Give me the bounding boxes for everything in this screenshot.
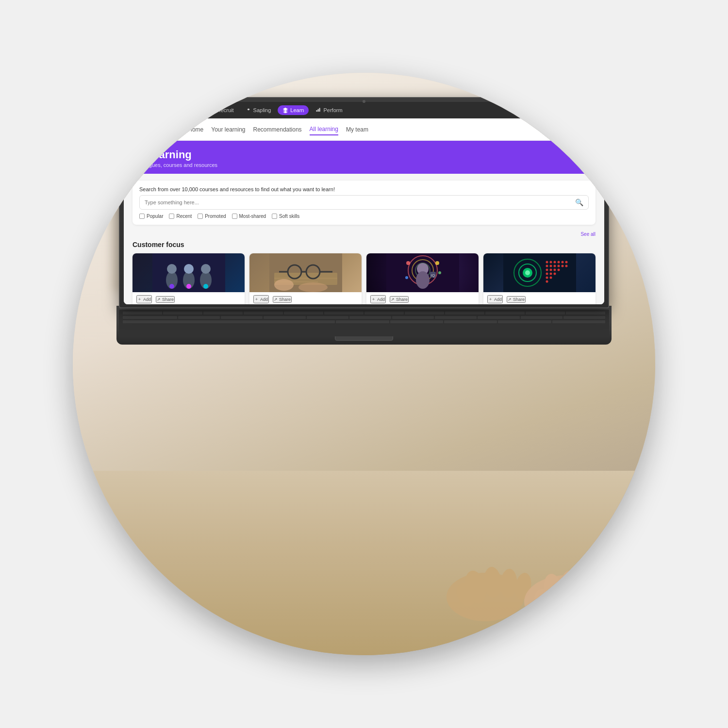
laptop-scene-container: Home My Team Recruit Sapli xyxy=(73,73,655,655)
course-card-customer-service: ＋ Add ↗ Share Customer service essential… xyxy=(249,253,362,304)
card-image-customer xyxy=(249,253,362,292)
card-body-emotional: Emotional Intelligence ★ ★ ★ ★ ★ xyxy=(366,303,479,304)
nav-link-recommendations[interactable]: Recommendations xyxy=(253,124,302,135)
add-button-emotional[interactable]: ＋ Add xyxy=(370,295,386,303)
card-image-remote xyxy=(483,253,596,292)
svg-point-1 xyxy=(171,108,173,110)
card-actions-customer: ＋ Add ↗ Share xyxy=(249,292,362,303)
nav-link-my-team[interactable]: My team xyxy=(346,124,368,135)
svg-point-30 xyxy=(298,282,328,292)
svg-point-11 xyxy=(167,264,177,274)
top-nav-bar: Home My Team Recruit Sapli xyxy=(124,102,604,118)
svg-point-15 xyxy=(201,264,211,274)
nav-link-home[interactable]: Home xyxy=(188,124,203,135)
card-body-customer: Customer service essentials ★ ★ ★ ★ ★ (2… xyxy=(249,303,362,304)
svg-point-61 xyxy=(561,265,563,267)
share-button-customer[interactable]: ↗ Share xyxy=(273,296,292,303)
filter-promoted-checkbox[interactable] xyxy=(198,214,203,219)
top-nav-sapling[interactable]: Sapling xyxy=(241,105,276,115)
camera xyxy=(363,100,365,103)
svg-point-72 xyxy=(546,281,548,283)
svg-point-82 xyxy=(561,571,578,602)
hero-subtitle: Catalogues, courses and resources xyxy=(133,162,595,168)
svg-point-60 xyxy=(557,265,560,267)
search-container: Search from over 10,000 courses and reso… xyxy=(132,181,596,225)
filter-most-shared[interactable]: Most-shared xyxy=(232,214,266,219)
add-button-customer[interactable]: ＋ Add xyxy=(253,295,269,303)
logo-text: Kallidus xyxy=(148,125,178,134)
see-all-link[interactable]: See all xyxy=(132,232,596,237)
filter-promoted[interactable]: Promoted xyxy=(198,214,226,219)
content-area: Search from over 10,000 courses and reso… xyxy=(124,174,604,304)
svg-point-67 xyxy=(546,273,548,275)
card-actions-angry: ＋ Add ↗ Share xyxy=(132,292,245,303)
add-button-remote[interactable]: ＋ Add xyxy=(487,295,503,303)
nav-link-your-learning[interactable]: Your learning xyxy=(211,124,245,135)
svg-point-55 xyxy=(561,261,563,264)
share-button-angry[interactable]: ↗ Share xyxy=(156,296,175,303)
svg-point-86 xyxy=(553,587,558,590)
top-nav-recruit[interactable]: Recruit xyxy=(204,105,239,115)
share-button-emotional[interactable]: ↗ Share xyxy=(390,296,409,303)
svg-point-53 xyxy=(553,261,556,264)
svg-point-70 xyxy=(546,277,548,279)
svg-point-18 xyxy=(203,284,208,289)
hero-banner: All learning Catalogues, courses and res… xyxy=(124,141,604,174)
filter-recent-checkbox[interactable] xyxy=(169,214,174,219)
filter-popular[interactable]: Popular xyxy=(139,214,163,219)
share-button-remote[interactable]: ↗ Share xyxy=(507,296,526,303)
course-card-remote: ＋ Add ↗ Share Remote Working xyxy=(483,253,596,304)
user-area: Maria DeBeau xyxy=(547,123,596,136)
top-nav-home[interactable]: Home xyxy=(130,105,161,115)
search-input[interactable] xyxy=(145,199,575,205)
card-image-emotional: IQ xyxy=(366,253,479,292)
filter-soft-skills-checkbox[interactable] xyxy=(272,214,277,219)
add-button-angry[interactable]: ＋ Add xyxy=(136,295,152,303)
svg-point-42 xyxy=(405,276,408,279)
laptop-screen: Home My Team Recruit Sapli xyxy=(124,102,604,304)
card-body-angry: Angry Customers ★ ★ ★ ★ ★ (23) xyxy=(132,303,245,304)
top-nav-my-team[interactable]: My Team xyxy=(163,105,202,115)
svg-point-7 xyxy=(588,126,593,131)
svg-point-50 xyxy=(525,270,530,275)
svg-point-63 xyxy=(546,269,548,271)
card-image-angry xyxy=(132,253,245,292)
filter-recent[interactable]: Recent xyxy=(169,214,192,219)
svg-point-56 xyxy=(565,261,567,264)
avatar[interactable] xyxy=(584,123,596,136)
svg-point-52 xyxy=(549,261,552,264)
search-icon[interactable]: 🔍 xyxy=(575,199,583,206)
svg-point-39 xyxy=(406,261,410,265)
filter-most-shared-checkbox[interactable] xyxy=(232,214,237,219)
svg-point-54 xyxy=(557,261,560,264)
svg-point-59 xyxy=(553,265,556,267)
filter-popular-checkbox[interactable] xyxy=(139,214,145,219)
nav-link-all-learning[interactable]: All learning xyxy=(310,124,338,135)
filter-row: Popular Recent Promoted xyxy=(139,214,589,219)
scene-background: Home My Team Recruit Sapli xyxy=(73,73,655,655)
hero-title: All learning xyxy=(133,149,595,161)
svg-point-69 xyxy=(553,273,556,275)
section-title: Customer focus xyxy=(132,241,596,248)
svg-point-16 xyxy=(169,284,174,289)
search-input-row[interactable]: 🔍 xyxy=(139,195,589,210)
top-nav-perform[interactable]: Perform xyxy=(311,105,347,115)
card-body-remote: Remote Working ★ ★ ★ ★ ★ (23) xyxy=(483,303,596,304)
course-card-angry-customers: ＋ Add ↗ Share Angry Customers xyxy=(132,253,245,304)
laptop-lid: Home My Team Recruit Sapli xyxy=(119,97,609,308)
user-name: Maria DeBeau xyxy=(547,127,581,132)
hands xyxy=(398,500,641,636)
top-nav-learn[interactable]: Learn xyxy=(278,105,309,115)
svg-point-29 xyxy=(274,279,294,291)
svg-rect-22 xyxy=(274,278,337,279)
card-actions-emotional: ＋ Add ↗ Share xyxy=(366,292,479,303)
main-nav: Kallidus Home Your learning Recommendati… xyxy=(124,118,604,141)
svg-point-57 xyxy=(546,265,548,267)
svg-point-58 xyxy=(549,265,552,267)
filter-soft-skills[interactable]: Soft skills xyxy=(272,214,299,219)
cards-grid: ＋ Add ↗ Share Angry Customers xyxy=(132,253,596,304)
svg-point-40 xyxy=(435,261,439,265)
svg-point-71 xyxy=(549,277,552,279)
svg-point-62 xyxy=(565,265,567,267)
svg-point-41 xyxy=(438,271,441,274)
